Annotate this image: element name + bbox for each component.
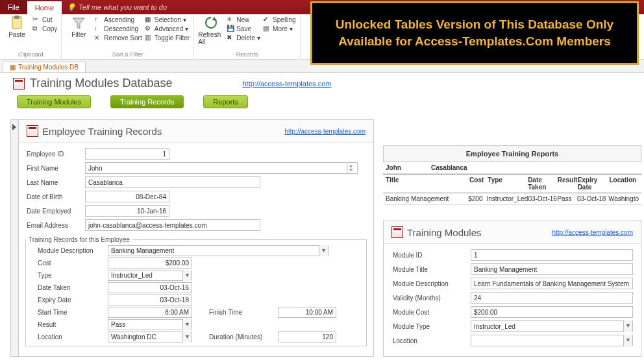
header-link[interactable]: http://access-templates.com (242, 80, 331, 88)
doc-tab-label: Training Modules DB (18, 64, 79, 71)
lightbulb-icon: 💡 (67, 3, 76, 12)
form-icon (391, 226, 403, 238)
panel-training-modules: Training Modules http://access-templates… (383, 221, 641, 357)
field-module-id[interactable]: 1 (471, 249, 633, 261)
promo-text: Unlocked Tables Version of This Database… (312, 16, 637, 49)
cell-cost: $200 (464, 195, 487, 202)
label-validity: Validity (Months) (393, 294, 471, 302)
value-location: Washington DC (111, 333, 156, 341)
field-module-title[interactable]: Banking Management (471, 263, 633, 275)
remove-label: Remove Sort (104, 34, 142, 42)
save-icon: 💾 (227, 25, 234, 32)
group-caption: Clipboard (4, 51, 57, 59)
copy-button[interactable]: ⧉Copy (32, 25, 57, 32)
sort-desc-button[interactable]: ↓Descending (94, 25, 142, 32)
cell-location: Washingto (608, 195, 639, 202)
cut-label: Cut (42, 16, 53, 23)
field-module-location[interactable]: ▾ (471, 335, 633, 346)
sort-desc-icon: ↓ (94, 25, 102, 32)
field-date-employed[interactable]: 10-Jan-16 (85, 205, 169, 217)
ribbon-group-clipboard: Paste ✂Cut ⧉Copy Clipboard (0, 14, 62, 59)
asc-label: Ascending (104, 16, 134, 23)
field-result[interactable]: Pass▾ (108, 319, 192, 330)
funnel-icon (71, 16, 86, 30)
sub-record-selector[interactable] (11, 120, 19, 356)
report-name-row: JohnCasablanca (383, 162, 641, 174)
dropdown-icon: ▾ (182, 331, 192, 342)
cell-expiry: 03-Oct-18 (577, 195, 608, 202)
field-finish-time[interactable]: 10:00 AM (278, 307, 336, 318)
panel-title: Training Modules (407, 227, 482, 238)
field-cost[interactable]: $200.00 (108, 258, 192, 269)
label-expiry: Expiry Date (38, 296, 104, 304)
field-start-time[interactable]: 8:00 AM (108, 307, 192, 318)
panel-link[interactable]: http://access-templates.com (552, 229, 634, 236)
label-start-time: Start Time (38, 309, 104, 316)
field-dob[interactable]: 08-Dec-84 (85, 191, 169, 202)
field-duration[interactable]: 120 (278, 331, 336, 342)
field-expiry[interactable]: 03-Oct-18 (108, 294, 192, 306)
delete-label: Delete (236, 34, 255, 42)
field-date-taken[interactable]: 03-Oct-16 (108, 282, 192, 293)
spinner[interactable]: ▴▾ (347, 163, 354, 173)
more-icon: ▤ (263, 25, 271, 32)
filter-button[interactable]: Filter (66, 16, 92, 38)
field-module-type[interactable]: Instructor_Led▾ (471, 320, 633, 332)
delete-icon: ✖ (227, 34, 234, 42)
advanced-button[interactable]: ⚙Advanced ▾ (145, 25, 190, 32)
field-validity[interactable]: 24 (471, 292, 633, 304)
label-type: Type (38, 272, 104, 279)
field-first-name[interactable]: John▴▾ (85, 162, 358, 174)
field-email[interactable]: john-casablanca@access-templates.com (85, 219, 260, 231)
nav-reports[interactable]: Reports (203, 95, 248, 108)
label-finish-time: Finish Time (209, 309, 274, 316)
toggle-label: Toggle Filter (155, 34, 190, 42)
col-taken: Date Taken (528, 176, 558, 191)
field-last-name[interactable]: Casablanca (85, 176, 260, 188)
more-button[interactable]: ▤More ▾ (263, 25, 296, 32)
label-location: Location (38, 333, 104, 341)
paste-label: Paste (8, 31, 25, 38)
remove-sort-button[interactable]: ⨯Remove Sort (94, 34, 142, 42)
tell-me-search[interactable]: 💡 Tell me what you want to do (67, 3, 167, 12)
field-module-cost[interactable]: $200.00 (471, 306, 633, 318)
panel-training-records: Employee Training Records http://access-… (10, 119, 374, 357)
panel-link[interactable]: http://access-templates.com (285, 128, 366, 135)
sort-asc-button[interactable]: ↑Ascending (94, 16, 142, 23)
form-icon (27, 125, 38, 137)
value-first-name: John (88, 165, 103, 172)
field-employee-id[interactable]: 1 (85, 148, 169, 160)
delete-record-button[interactable]: ✖Delete ▾ (227, 34, 260, 42)
cut-button[interactable]: ✂Cut (32, 16, 57, 23)
field-module-desc[interactable]: Learn Fundamentals of Banking Management… (471, 278, 633, 289)
selection-button[interactable]: ▦Selection ▾ (145, 16, 190, 23)
field-module-desc[interactable]: Banking Management▾ (108, 245, 328, 256)
advanced-icon: ⚙ (145, 25, 153, 32)
toggle-filter-button[interactable]: ▥Toggle Filter (145, 34, 190, 42)
save-record-button[interactable]: 💾Save (227, 25, 260, 32)
new-icon: ✳ (227, 16, 234, 23)
advanced-label: Advanced (155, 25, 183, 32)
report-last-name: Casablanca (431, 164, 483, 171)
selection-icon: ▦ (145, 16, 153, 23)
nav-training-records[interactable]: Training Records (110, 95, 184, 108)
field-location[interactable]: Washington DC▾ (108, 331, 192, 342)
doc-tab-training-db[interactable]: ▦ Training Modules DB (3, 62, 86, 72)
tab-home[interactable]: Home (27, 0, 62, 14)
field-type[interactable]: Instructor_Led▾ (108, 270, 192, 281)
spelling-button[interactable]: ✔Spelling (263, 16, 296, 23)
col-title: Title (386, 176, 423, 191)
nav-training-modules[interactable]: Training Modules (17, 95, 91, 108)
remove-sort-icon: ⨯ (94, 34, 102, 42)
tab-file[interactable]: File (0, 0, 27, 14)
col-cost: Cost (465, 176, 488, 191)
promo-overlay: Unlocked Tables Version of This Database… (310, 1, 639, 65)
group-caption: Records (198, 51, 296, 59)
paste-button[interactable]: Paste (4, 16, 30, 38)
refresh-all-button[interactable]: Refresh All (198, 16, 224, 45)
current-record-icon (12, 124, 16, 130)
new-record-button[interactable]: ✳New (227, 16, 260, 23)
label-email: Email Address (27, 222, 85, 229)
paste-icon (10, 16, 24, 30)
col-result: Result (558, 176, 578, 191)
